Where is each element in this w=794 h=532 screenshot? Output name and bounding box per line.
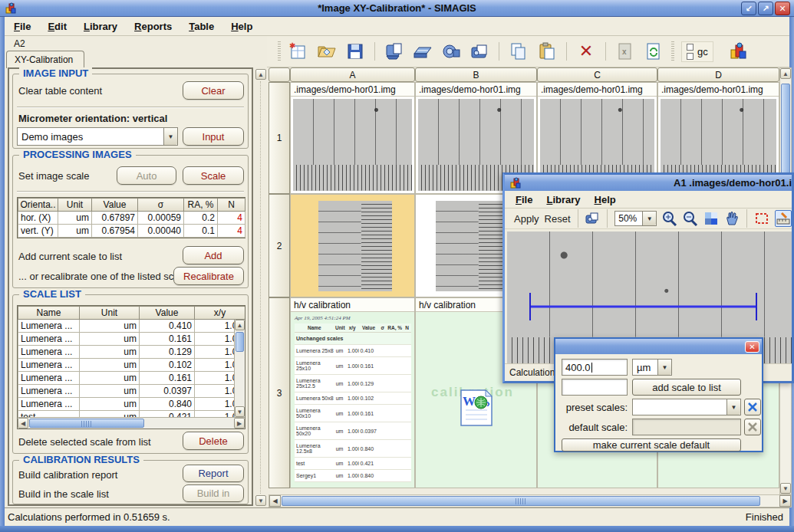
measure-tool-icon[interactable] bbox=[775, 210, 792, 227]
row-header-1[interactable]: 1 bbox=[269, 82, 290, 194]
reset-button[interactable]: Reset bbox=[545, 213, 571, 225]
chevron-down-icon[interactable]: ▼ bbox=[726, 399, 740, 415]
input-button[interactable]: Input bbox=[183, 127, 244, 146]
word-report-icon[interactable]: W › bbox=[458, 389, 496, 429]
add-button[interactable]: Add bbox=[183, 246, 244, 264]
micrometer-image-rotated[interactable] bbox=[436, 201, 509, 291]
unit-combo[interactable]: µm ▼ bbox=[632, 359, 672, 376]
menu-help[interactable]: Help bbox=[595, 194, 616, 205]
col-header[interactable]: Unit bbox=[80, 307, 140, 320]
panel-scrollbar[interactable]: ▲▼ bbox=[255, 69, 266, 506]
make-default-button[interactable]: make current scale default bbox=[562, 438, 741, 452]
menu-file[interactable]: File bbox=[14, 21, 31, 32]
menu-table[interactable]: Table bbox=[189, 21, 214, 32]
zoom-combo[interactable]: 50% ▼ bbox=[614, 211, 657, 226]
table-row[interactable]: Lumenera ...um0.03971.00 bbox=[18, 385, 245, 398]
menu-file[interactable]: File bbox=[516, 194, 532, 205]
checkbox-icon[interactable] bbox=[687, 53, 694, 60]
recalibrate-button[interactable]: Recalibrate bbox=[173, 267, 244, 285]
corner-header[interactable] bbox=[269, 67, 290, 82]
pan-hand-icon[interactable] bbox=[724, 210, 740, 227]
image-source-combo[interactable]: Demo images ▼ bbox=[17, 127, 178, 146]
selection-icon[interactable] bbox=[754, 210, 769, 227]
table-row[interactable]: Lumenera 50x10um1.0000.161 bbox=[295, 405, 411, 422]
col-header[interactable]: N bbox=[218, 199, 245, 212]
chevron-down-icon[interactable]: ▼ bbox=[657, 360, 671, 375]
col-header[interactable]: Orienta.. bbox=[18, 199, 58, 212]
add-scale-button[interactable]: add scale to list bbox=[632, 379, 741, 396]
table-row[interactable]: Lumenera 12.5x8um1.0000.840 bbox=[295, 440, 411, 458]
close-button[interactable]: ✕ bbox=[775, 2, 790, 15]
column-header-c[interactable]: C bbox=[537, 67, 657, 82]
grid-hscrollbar[interactable]: ◀ ▶ bbox=[269, 494, 792, 507]
table-row[interactable]: Lumenera 50x20um1.0000.0397 bbox=[295, 422, 411, 440]
micrometer-image-rotated[interactable] bbox=[318, 201, 392, 291]
scale-value-input[interactable]: 400.0 bbox=[562, 359, 628, 376]
title-bar[interactable]: *Image XY-Calibration* - SIMAGIS ↙ ↗ ✕ bbox=[0, 0, 794, 17]
table-row[interactable]: Lumenera ...um0.1611.00 bbox=[18, 372, 245, 385]
maximize-button[interactable]: ↗ bbox=[758, 2, 773, 15]
toolbar-grip[interactable] bbox=[671, 41, 674, 61]
scanner-icon[interactable] bbox=[412, 41, 433, 62]
table-row[interactable]: Lumenera 50x8um1.0000.102 bbox=[295, 392, 411, 405]
film-roll-icon[interactable] bbox=[440, 41, 462, 62]
delete-button[interactable]: Delete bbox=[183, 432, 244, 450]
table-row[interactable]: hor. (X)um0.678970.000590.24 bbox=[18, 212, 245, 225]
cell-a2-selected[interactable] bbox=[290, 194, 415, 297]
col-header[interactable]: σ bbox=[138, 199, 184, 212]
report-button[interactable]: Report bbox=[183, 465, 244, 482]
gc-toggle[interactable]: gc bbox=[681, 41, 713, 62]
viewer-title-bar[interactable]: A1 .images/demo-hor01.i bbox=[505, 175, 792, 191]
col-header[interactable]: Value bbox=[92, 199, 138, 212]
zoom-in-icon[interactable] bbox=[662, 210, 677, 227]
table-row[interactable]: Lumenera ...um0.1291.00 bbox=[18, 346, 245, 359]
chevron-down-icon[interactable]: ▼ bbox=[163, 128, 177, 145]
scale-button[interactable]: Scale bbox=[183, 166, 244, 185]
new-table-icon[interactable]: ✱ bbox=[288, 41, 309, 62]
menu-edit[interactable]: Edit bbox=[48, 21, 67, 32]
column-header-d[interactable]: D bbox=[657, 67, 779, 82]
table-row[interactable]: Lumenera ...um0.8401.00 bbox=[18, 398, 245, 411]
col-header[interactable]: RA, % bbox=[184, 199, 218, 212]
menu-reports[interactable]: Reports bbox=[134, 21, 172, 32]
row-header-3[interactable]: 3 bbox=[269, 297, 290, 488]
capture-device-icon[interactable] bbox=[585, 210, 600, 227]
minimize-button[interactable]: ↙ bbox=[741, 2, 756, 15]
table-row[interactable]: Lumenera 25x8um1.0000.410 bbox=[295, 345, 411, 357]
menu-library[interactable]: Library bbox=[84, 21, 117, 32]
col-header[interactable]: x/y bbox=[195, 307, 245, 320]
copy-icon[interactable] bbox=[508, 41, 529, 62]
table-row[interactable]: Lumenera 25x10um1.0000.161 bbox=[295, 357, 411, 375]
delete-icon[interactable]: ✕ bbox=[575, 41, 597, 62]
dialog-title-bar[interactable]: ✕ bbox=[555, 339, 762, 354]
chevron-down-icon[interactable]: ▼ bbox=[642, 212, 656, 225]
scale-name-input[interactable] bbox=[562, 379, 628, 396]
table-row[interactable]: Lumenera 25x12.5um1.0000.129 bbox=[295, 375, 411, 392]
refresh-icon[interactable] bbox=[643, 41, 664, 62]
column-header-a[interactable]: A bbox=[290, 67, 415, 82]
preset-scales-combo[interactable]: ▼ bbox=[632, 399, 741, 415]
checkbox-icon[interactable] bbox=[687, 44, 694, 51]
menu-library[interactable]: Library bbox=[546, 194, 580, 205]
apply-button[interactable]: Apply bbox=[514, 213, 539, 225]
scale-list-hscrollbar[interactable]: ◀ ▶ bbox=[18, 417, 245, 429]
col-header[interactable]: Value bbox=[140, 307, 195, 320]
col-header[interactable]: Unit bbox=[58, 199, 92, 212]
zoom-out-icon[interactable] bbox=[683, 210, 698, 227]
table-row[interactable]: Sergey1um1.0000.840 bbox=[295, 470, 411, 482]
col-header[interactable]: Name bbox=[18, 307, 80, 320]
import-image-icon[interactable] bbox=[384, 41, 405, 62]
scale-dialog[interactable]: ✕ 400.0 µm ▼ add scale to list preset sc… bbox=[554, 337, 763, 452]
open-icon[interactable] bbox=[316, 41, 338, 62]
table-row[interactable]: vert. (Y)um0.679540.000400.14 bbox=[18, 225, 245, 238]
table-row[interactable]: Lumenera ...um0.1611.00 bbox=[18, 333, 245, 346]
column-header-b[interactable]: B bbox=[415, 67, 537, 82]
capture-device-icon[interactable] bbox=[469, 41, 490, 62]
scale-list-vscrollbar[interactable]: ▲ ▼ bbox=[234, 320, 245, 417]
table-row[interactable]: testum1.0000.421 bbox=[295, 458, 411, 470]
table-row[interactable]: Lumenera ...um0.1021.00 bbox=[18, 359, 245, 372]
micrometer-image[interactable] bbox=[293, 99, 412, 191]
table-row[interactable]: Lumenera ...um0.4101.00 bbox=[18, 320, 245, 333]
menu-help[interactable]: Help bbox=[231, 21, 252, 32]
cell-a3[interactable]: h/v calibration Apr 19, 2005 4:51:24 PM … bbox=[290, 297, 415, 488]
